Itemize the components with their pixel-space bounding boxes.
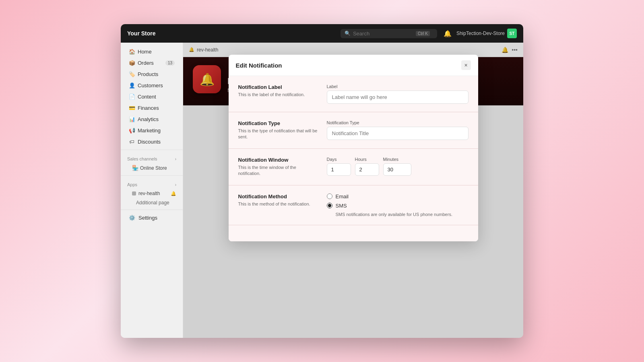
form-spacer xyxy=(229,225,478,241)
apps-section: Apps › xyxy=(121,178,183,189)
online-store-icon: 🏪 xyxy=(132,165,138,171)
sidebar-item-rev-health[interactable]: rev-health 🔔 xyxy=(121,189,183,198)
section-title: Notification Label xyxy=(238,84,319,90)
section-description: This is the time window of the notificat… xyxy=(238,165,319,177)
sidebar-item-marketing[interactable]: 📢 Marketing xyxy=(122,125,181,136)
topbar: Your Store 🔍 Ctrl K 🔔 ShipTection-Dev-St… xyxy=(121,24,523,43)
label-input[interactable] xyxy=(327,90,469,104)
modal-body: Notification Label This is the label of … xyxy=(229,76,478,241)
app-dot-icon xyxy=(132,191,136,195)
sidebar-item-label: Analytics xyxy=(138,116,159,122)
products-icon: 🏷️ xyxy=(129,71,134,77)
sidebar-item-products[interactable]: 🏷️ Products xyxy=(122,69,181,80)
account-selector[interactable]: ShipTection-Dev-Store ST xyxy=(456,29,517,38)
notification-method-section: Notification Method This is the method o… xyxy=(229,185,478,225)
sms-option[interactable]: SMS xyxy=(327,203,469,209)
sidebar-item-label: Content xyxy=(138,94,156,100)
sidebar-item-label: Home xyxy=(138,49,152,55)
days-input[interactable] xyxy=(327,163,351,176)
sidebar-item-online-store[interactable]: 🏪 Online Store xyxy=(121,163,183,173)
avatar: ST xyxy=(507,29,517,38)
section-title: Notification Method xyxy=(238,193,319,200)
days-field: Days xyxy=(327,157,351,176)
section-title: Notification Type xyxy=(238,120,319,126)
content-icon: 📄 xyxy=(129,94,134,100)
account-name: ShipTection-Dev-Store xyxy=(456,31,505,36)
section-control: Days Hours Minutes xyxy=(327,157,469,177)
sms-radio[interactable] xyxy=(327,203,332,208)
sidebar-item-discounts[interactable]: 🏷 Discounts xyxy=(122,136,181,147)
finances-icon: 💳 xyxy=(129,105,134,111)
sidebar-item-finances[interactable]: 💳 Finances xyxy=(122,103,181,113)
notification-label-section: Notification Label This is the label of … xyxy=(229,76,478,112)
section-control: Email SMS SMS notifications are only ava… xyxy=(327,193,469,217)
section-title: Notification Window xyxy=(238,157,319,163)
minutes-field: Minutes xyxy=(383,157,411,176)
topbar-right: 🔔 ShipTection-Dev-Store ST xyxy=(444,29,517,38)
modal-backdrop: Edit Notification × Notification Label T… xyxy=(183,43,523,338)
expand-icon[interactable]: › xyxy=(175,183,176,187)
sidebar-item-analytics[interactable]: 📊 Analytics xyxy=(122,114,181,125)
section-description: This is the type of notification that wi… xyxy=(238,128,319,140)
sidebar-item-label: Finances xyxy=(138,105,159,111)
minutes-label: Minutes xyxy=(383,157,411,162)
hours-field: Hours xyxy=(355,157,379,176)
orders-icon: 📦 xyxy=(129,60,134,66)
modal-header: Edit Notification × xyxy=(229,55,478,76)
apps-title: Apps xyxy=(127,182,137,187)
sidebar-item-label: Marketing xyxy=(138,128,161,134)
notification-type-input[interactable] xyxy=(327,127,469,140)
sidebar-item-home[interactable]: 🏠 Home xyxy=(122,46,181,57)
home-icon: 🏠 xyxy=(129,49,134,55)
sms-label: SMS xyxy=(336,203,347,209)
email-radio[interactable] xyxy=(327,193,332,199)
sidebar-item-label: Online Store xyxy=(140,165,167,171)
expand-icon[interactable]: › xyxy=(175,157,176,161)
sidebar-item-label: Settings xyxy=(138,215,157,221)
method-radio-group: Email SMS SMS notifications are only ava… xyxy=(327,193,469,217)
sidebar-item-label: Orders xyxy=(138,60,154,66)
sidebar-item-content[interactable]: 📄 Content xyxy=(122,91,181,102)
email-label: Email xyxy=(336,193,349,200)
modal-close-button[interactable]: × xyxy=(461,60,471,70)
sidebar-item-orders[interactable]: 📦 Orders 13 xyxy=(122,58,181,68)
sidebar-item-label: Customers xyxy=(138,82,163,88)
days-label: Days xyxy=(327,157,351,162)
section-description: This is the method of the notification. xyxy=(238,201,319,207)
modal-title: Edit Notification xyxy=(236,62,282,69)
section-description: This is the label of the notification. xyxy=(238,92,319,98)
notification-bell-icon[interactable]: 🔔 xyxy=(444,30,452,37)
content-area: 🔔 rev-health 🔔 ••• 🔔 RevUp Health Mercha… xyxy=(183,43,523,338)
section-info: Notification Label This is the label of … xyxy=(238,84,319,104)
search-input[interactable] xyxy=(353,31,413,37)
email-option[interactable]: Email xyxy=(327,193,469,200)
hours-label: Hours xyxy=(355,157,379,162)
marketing-icon: 📢 xyxy=(129,128,134,134)
field-label: Label xyxy=(327,84,469,89)
section-info: Notification Method This is the method o… xyxy=(238,193,319,217)
sidebar: 🏠 Home 📦 Orders 13 🏷️ Products 👤 Custome… xyxy=(121,43,183,338)
field-label: Notification Type xyxy=(327,120,469,125)
search-icon: 🔍 xyxy=(345,31,351,36)
edit-notification-modal: Edit Notification × Notification Label T… xyxy=(229,55,478,241)
section-info: Notification Type This is the type of no… xyxy=(238,120,319,140)
customers-icon: 👤 xyxy=(129,82,134,88)
minutes-input[interactable] xyxy=(383,163,411,176)
window-inputs-row: Days Hours Minutes xyxy=(327,157,469,176)
sidebar-item-customers[interactable]: 👤 Customers xyxy=(122,80,181,91)
search-bar[interactable]: 🔍 Ctrl K xyxy=(341,29,437,38)
sales-channels-section: Sales channels › xyxy=(121,152,183,163)
section-control: Label xyxy=(327,84,469,104)
hours-input[interactable] xyxy=(355,163,379,176)
notification-window-section: Notification Window This is the time win… xyxy=(229,149,478,185)
search-shortcut: Ctrl K xyxy=(416,31,430,36)
sidebar-item-label: rev-health xyxy=(138,191,160,196)
section-control: Notification Type xyxy=(327,120,469,140)
sidebar-item-additional-page[interactable]: Additional page xyxy=(121,198,183,207)
sidebar-item-settings[interactable]: ⚙️ Settings xyxy=(122,212,181,223)
discounts-icon: 🏷 xyxy=(129,139,134,145)
sms-note: SMS notifications are only available for… xyxy=(336,212,469,217)
sidebar-item-label: Discounts xyxy=(138,139,161,145)
section-info: Notification Window This is the time win… xyxy=(238,157,319,177)
notification-type-section: Notification Type This is the type of no… xyxy=(229,112,478,149)
